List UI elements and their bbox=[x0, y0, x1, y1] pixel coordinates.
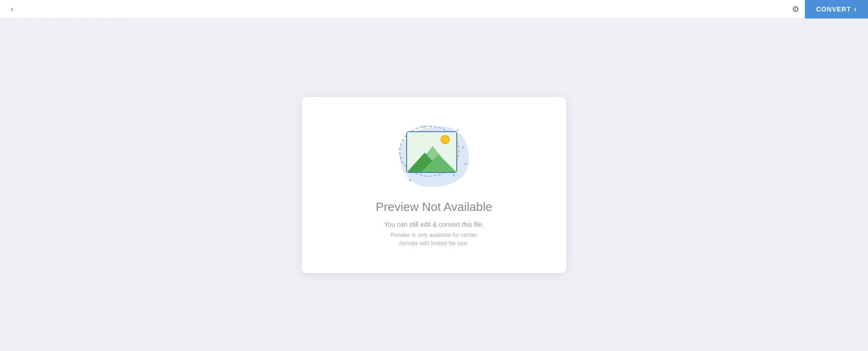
convert-label: CONVERT bbox=[816, 6, 851, 13]
gear-icon: ⚙ bbox=[792, 4, 799, 14]
image-frame bbox=[406, 131, 457, 173]
convert-arrow-icon: › bbox=[854, 5, 857, 13]
image-inner bbox=[407, 132, 456, 173]
sparkle-1: + bbox=[456, 128, 459, 133]
topbar-right: ⚙ CONVERT › bbox=[786, 0, 868, 19]
preview-title: Preview Not Available bbox=[376, 200, 492, 214]
back-button[interactable]: ‹ bbox=[5, 2, 19, 17]
preview-illustration: + × + × + × bbox=[397, 122, 471, 187]
preview-subtitle2: Preview is only available for certainfor… bbox=[390, 231, 477, 248]
sparkle-5: + bbox=[408, 178, 411, 183]
settings-button[interactable]: ⚙ bbox=[786, 0, 805, 19]
main-background: + × + × + × Preview Not Available You ca… bbox=[0, 19, 868, 351]
preview-card: + × + × + × Preview Not Available You ca… bbox=[302, 97, 566, 273]
svg-rect-1 bbox=[0, 19, 139, 88]
sparkle-4: × bbox=[453, 173, 455, 178]
topbar-left: ‹ bbox=[0, 2, 19, 17]
mountains-svg bbox=[407, 132, 456, 172]
sparkle-3: + bbox=[464, 161, 467, 166]
convert-button[interactable]: CONVERT › bbox=[805, 0, 868, 19]
preview-subtitle1: You can still edit & convert this file. bbox=[384, 221, 484, 228]
dot-pattern bbox=[0, 19, 139, 88]
topbar: ‹ ⚙ CONVERT › bbox=[0, 0, 868, 19]
sparkle-2: × bbox=[462, 145, 465, 150]
sparkle-6: × bbox=[422, 124, 425, 129]
svg-point-8 bbox=[441, 135, 449, 144]
back-icon: ‹ bbox=[11, 4, 13, 14]
